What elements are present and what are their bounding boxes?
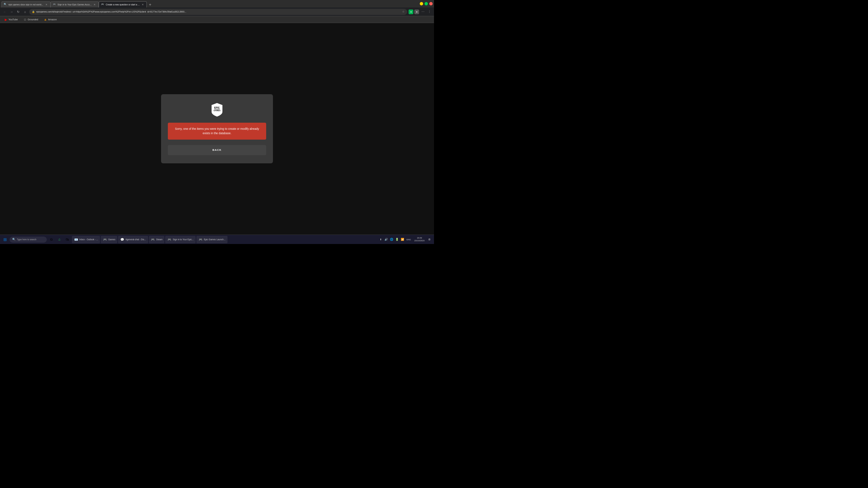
tray-up-arrow[interactable]: ⬆ (379, 238, 383, 242)
bookmark-star[interactable]: ☆ (402, 10, 405, 13)
taskview-button[interactable]: ⧉ (47, 236, 55, 243)
tab-2[interactable]: 🎮 Sign in to Your Epic Games Acco... ✕ (51, 1, 99, 7)
tab-3[interactable]: 🎮 Create a new question or start a ... ✕ (99, 1, 147, 7)
close-button[interactable] (429, 2, 433, 5)
tab-1[interactable]: 🔍 epic games xbox sign in not worki... ✕ (1, 1, 51, 7)
address-bar[interactable]: 🔒 epicgames.com/id/login/xbl?redirect_ur… (29, 9, 407, 15)
epic-launcher-taskbar[interactable]: 🎮 Epic Games Launch... (196, 236, 228, 243)
title-bar: 🔍 epic games xbox sign in not worki... ✕… (0, 0, 434, 7)
nav-right: ● ● ⋯ ⋮ (409, 9, 432, 15)
epic-launcher-icon: 🎮 (198, 238, 202, 242)
outlook-icon: 📧 (74, 238, 78, 242)
discord-label: #general-chat - Dis... (125, 238, 146, 241)
lock-icon: 🔒 (32, 11, 35, 13)
extension-green[interactable]: ● (409, 9, 413, 14)
epic-error-card: EPIC GAMES Sorry, one of the items you w… (161, 94, 273, 163)
outlook-taskbar[interactable]: 📧 Inbox - Outlook - ... (72, 236, 100, 243)
forward-nav-button[interactable]: → (9, 9, 14, 15)
epic-signin-taskbar[interactable]: 🎮 Sign in to Your Epic... (165, 236, 196, 243)
extension-gray[interactable]: ● (414, 9, 419, 14)
tab1-favicon: 🔍 (4, 3, 7, 6)
games-taskbar[interactable]: 🎮 Games (101, 236, 117, 243)
epic-games-logo: EPIC GAMES (210, 102, 224, 117)
clock-date: 23/10/2020 (414, 240, 425, 242)
steam-icon: 🎮 (151, 238, 155, 242)
tabs-area: 🔍 epic games xbox sign in not worki... ✕… (1, 0, 418, 7)
menu-button[interactable]: ⋮ (427, 9, 432, 15)
epic-signin-icon: 🎮 (167, 238, 171, 242)
store-taskbar[interactable]: 🛍 (64, 236, 71, 243)
games-icon: 🎮 (103, 238, 107, 242)
tab2-label: Sign in to Your Epic Games Acco... (58, 3, 92, 6)
tab2-favicon: 🎮 (53, 3, 56, 6)
error-message: Sorry, one of the items you were trying … (175, 127, 259, 135)
outlook-label: Inbox - Outlook - ... (79, 238, 98, 241)
store-icon: 🛍 (66, 238, 69, 241)
amazon-favicon: a (44, 18, 47, 21)
bookmark-amazon[interactable]: a Amazon (42, 17, 58, 22)
taskbar-apps: ♫ 🛍 📧 Inbox - Outlook - ... 🎮 Games 💬 #g… (56, 236, 378, 243)
window-controls (420, 2, 433, 5)
nav-bar: ← → ↻ ⌂ 🔒 epicgames.com/id/login/xbl?red… (0, 7, 434, 16)
back-button[interactable]: BACK (168, 145, 266, 155)
grounded-favicon: ⊙ (23, 18, 27, 21)
taskbar-search[interactable]: 🔍 Type here to search (9, 237, 47, 243)
bookmark-grounded-label: Grounded (28, 18, 38, 21)
epic-launcher-label: Epic Games Launch... (204, 238, 225, 241)
lang-text: ENG (407, 239, 411, 241)
language-indicator: ENG (406, 239, 412, 241)
system-tray: ⬆ 🔊 🌐 🔋 📶 ENG 16:09 23/10/2020 🗓 (379, 237, 433, 242)
browser-window: 🔍 epic games xbox sign in not worki... ✕… (0, 0, 434, 244)
home-button[interactable]: ⌂ (22, 9, 28, 15)
search-icon: 🔍 (12, 238, 16, 241)
bookmark-grounded[interactable]: ⊙ Grounded (22, 17, 40, 22)
tray-icon-1[interactable]: 🔊 (384, 238, 388, 242)
spotify-icon: ♫ (58, 238, 61, 241)
bookmark-youtube-label: YouTube (8, 18, 18, 21)
discord-taskbar[interactable]: 💬 #general-chat - Dis... (118, 236, 148, 243)
maximize-button[interactable] (425, 2, 428, 5)
reload-button[interactable]: ↻ (16, 9, 21, 15)
start-button[interactable]: ⊞ (1, 236, 9, 243)
clock[interactable]: 16:09 23/10/2020 (413, 237, 426, 242)
extensions-button[interactable]: ⋯ (420, 9, 426, 15)
bookmark-youtube[interactable]: ▶ YouTube (3, 17, 19, 22)
search-placeholder: Type here to search (17, 238, 36, 241)
spotify-taskbar[interactable]: ♫ (56, 236, 63, 243)
clock-time: 16:09 (417, 237, 422, 239)
youtube-favicon: ▶ (4, 18, 7, 21)
error-banner: Sorry, one of the items you were trying … (168, 123, 266, 140)
epic-signin-label: Sign in to Your Epic... (173, 238, 194, 241)
discord-icon: 💬 (120, 238, 124, 242)
steam-label-text: Steam (156, 238, 163, 241)
bookmarks-bar: ▶ YouTube ⊙ Grounded a Amazon (0, 16, 434, 23)
tab1-label: epic games xbox sign in not worki... (8, 3, 43, 6)
notification-button[interactable]: 🗓 (427, 238, 431, 242)
tray-icon-4[interactable]: 📶 (400, 238, 405, 242)
new-tab-button[interactable]: + (147, 2, 153, 7)
tab3-label: Create a new question or start a ... (106, 3, 140, 6)
steam-taskbar[interactable]: 🎮 tab2 Steam (149, 236, 165, 243)
back-nav-button[interactable]: ← (2, 9, 7, 15)
svg-text:GAMES: GAMES (214, 109, 221, 111)
tab1-close[interactable]: ✕ (45, 3, 48, 6)
tab2-close[interactable]: ✕ (93, 3, 96, 6)
tab3-close[interactable]: ✕ (141, 3, 144, 6)
main-content: EPIC GAMES Sorry, one of the items you w… (0, 23, 434, 244)
address-text: epicgames.com/id/login/xbl?redirect_uri=… (36, 11, 401, 13)
svg-text:EPIC: EPIC (214, 106, 220, 109)
tray-icon-3[interactable]: 🔋 (395, 238, 399, 242)
bookmark-amazon-label: Amazon (48, 18, 57, 21)
taskview-icon: ⧉ (50, 238, 53, 242)
games-label: Games (108, 238, 115, 241)
taskbar: ⊞ 🔍 Type here to search ⧉ ♫ 🛍 📧 Inbox - … (0, 235, 434, 244)
tray-icon-2[interactable]: 🌐 (390, 238, 394, 242)
minimize-button[interactable] (420, 2, 423, 5)
tab3-favicon: 🎮 (101, 3, 104, 6)
